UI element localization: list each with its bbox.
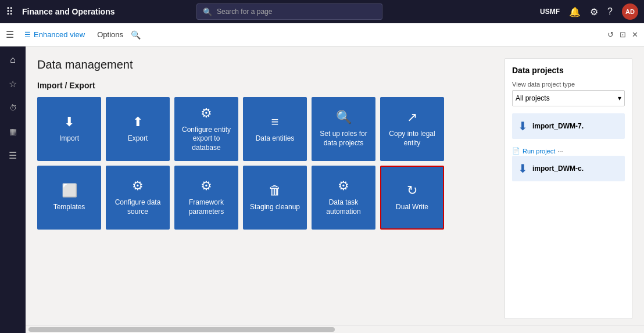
tile-staging[interactable]: 🗑 Staging cleanup [243,166,307,230]
tile-icon-templates: ⬜ [62,183,77,198]
more-options[interactable]: ··· [557,148,563,155]
right-panel-title: Data projects [512,66,625,75]
restore-icon[interactable]: ⊡ [620,30,626,39]
page-title: Data management [37,58,493,71]
tile-icon-dual-write: ↻ [407,183,417,198]
tile-configure-data[interactable]: ⚙ Configure data source [106,166,170,230]
tile-copy-legal[interactable]: ↗ Copy into legal entity [380,97,444,161]
tile-label-framework: Framework parameters [180,198,232,216]
tile-templates[interactable]: ⬜ Templates [37,166,101,230]
help-icon[interactable]: ? [607,6,613,17]
enhanced-view-label: Enhanced view [34,30,85,39]
notification-icon[interactable]: 🔔 [569,6,581,17]
menu-lines-icon: ☰ [24,31,31,39]
tile-data-task[interactable]: ⚙ Data task automation [312,166,375,230]
tile-label-templates: Templates [53,203,85,212]
sidebar-item-favorites[interactable]: ☆ [2,73,23,94]
section-title: Import / Export [37,81,493,90]
refresh-icon[interactable]: ↺ [607,30,614,39]
project-info-project1: import_DWM-7. [532,122,619,130]
grid-icon[interactable]: ⠿ [6,5,13,18]
tile-label-set-up-roles: Set up roles for data projects [317,130,370,148]
tile-import[interactable]: ⬇ Import [37,97,101,161]
tile-label-import: Import [59,134,79,144]
app-title: Finance and Operations [22,7,115,16]
sidebar-item-modules[interactable]: ☰ [2,145,23,166]
secondary-toolbar: ☰ ☰ Enhanced view Options 🔍 ↺ ⊡ ✕ [0,23,644,46]
file-icon: 📄 [512,147,520,155]
tile-configure-entity[interactable]: ⚙ Configure entity export to database [174,97,238,161]
tiles-grid: ⬇ Import ⬆ Export ⚙ Configure entity exp… [37,97,493,230]
tile-icon-data-entities: ≡ [271,114,279,130]
options-button[interactable]: Options [92,28,128,41]
page-body: Data management Import / Export ⬇ Import… [26,46,644,325]
tile-icon-configure-data: ⚙ [132,178,144,194]
horizontal-scrollbar[interactable] [26,325,644,333]
tile-label-staging: Staging cleanup [250,203,300,212]
tile-label-export: Export [128,134,148,144]
project-card-project2: ⬇ import_DWM-c. [512,156,625,181]
projects-list: ⬇ import_DWM-7. 📄 Run project ··· ⬇ impo… [512,113,625,181]
user-avatar[interactable]: AD [622,3,638,20]
top-right-actions: USMF 🔔 ⚙ ? AD [540,3,638,20]
options-label: Options [97,30,123,39]
main-layout: ⌂ ☆ ⏱ ▦ ☰ Data management Import / Expor… [0,46,644,333]
enhanced-view-button[interactable]: ☰ Enhanced view [20,28,90,41]
tile-icon-framework: ⚙ [201,178,212,194]
tile-label-data-entities: Data entities [256,134,295,144]
tile-icon-copy-legal: ↗ [407,110,417,125]
tile-icon-set-up-roles: 🔍 [336,110,352,125]
tile-icon-import: ⬇ [64,114,74,130]
tile-framework[interactable]: ⚙ Framework parameters [174,166,238,230]
hamburger-icon[interactable]: ☰ [6,29,14,40]
tile-icon-configure-entity: ⚙ [201,106,212,121]
tile-label-configure-data: Configure data source [112,198,164,216]
search-icon: 🔍 [203,8,212,16]
tile-export[interactable]: ⬆ Export [106,97,170,161]
tile-label-copy-legal: Copy into legal entity [386,130,438,148]
project-card-project1: ⬇ import_DWM-7. 📄 Run project ··· [512,113,625,156]
content-area: Data management Import / Export ⬇ Import… [26,46,644,333]
top-navigation: ⠿ Finance and Operations 🔍 Search for a … [0,0,644,23]
toolbar-right-tools: ↺ ⊡ ✕ [607,30,638,39]
tile-icon-staging: 🗑 [269,183,281,198]
company-badge: USMF [540,8,560,16]
project-name-project1: import_DWM-7. [532,122,619,130]
close-icon[interactable]: ✕ [632,30,638,39]
sidebar-item-workspaces[interactable]: ▦ [2,121,23,142]
project-card-inner-project1[interactable]: ⬇ import_DWM-7. [512,113,625,139]
tile-label-data-task: Data task automation [317,198,370,216]
project-card-inner-project2[interactable]: ⬇ import_DWM-c. [512,156,625,181]
toolbar-search-icon[interactable]: 🔍 [131,30,141,40]
filter-value: All projects [516,94,550,102]
tile-icon-data-task: ⚙ [338,178,349,194]
filter-label: View data project type [512,81,625,88]
sidebar-item-recent[interactable]: ⏱ [2,97,23,118]
project-icon-project1: ⬇ [518,119,528,133]
sidebar-item-home[interactable]: ⌂ [2,49,23,70]
search-placeholder: Search for a page [217,8,272,16]
tile-data-entities[interactable]: ≡ Data entities [243,97,307,161]
project-info-project2: import_DWM-c. [532,164,619,173]
project-name-project2: import_DWM-c. [532,164,619,173]
run-project-link[interactable]: Run project [523,148,555,155]
search-bar[interactable]: 🔍 Search for a page [196,3,382,20]
scroll-track[interactable] [28,327,335,332]
project-icon-project2: ⬇ [518,162,528,176]
tile-icon-export: ⬆ [133,114,143,130]
tile-label-dual-write: Dual Write [396,203,428,212]
right-panel: Data projects View data project type All… [505,58,632,319]
filter-select[interactable]: All projects ▾ [512,90,625,106]
chevron-down-icon: ▾ [618,94,621,102]
tile-label-configure-entity: Configure entity export to database [180,126,232,153]
run-project-row: 📄 Run project ··· [512,144,625,156]
tile-dual-write[interactable]: ↻ Dual Write [380,166,444,230]
main-content: Data management Import / Export ⬇ Import… [37,58,493,319]
left-sidebar: ⌂ ☆ ⏱ ▦ ☰ [0,46,26,333]
tile-set-up-roles[interactable]: 🔍 Set up roles for data projects [312,97,375,161]
settings-icon[interactable]: ⚙ [590,6,598,17]
